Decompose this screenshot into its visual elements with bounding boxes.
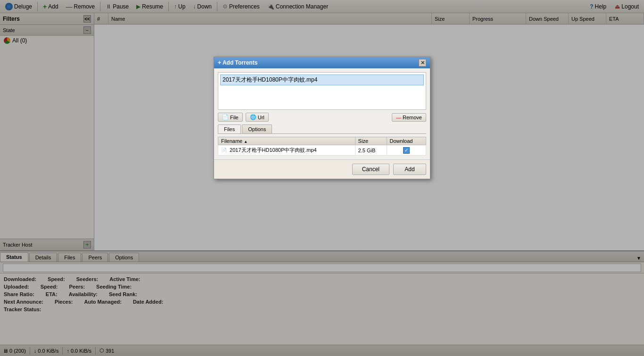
dialog-remove-label: Remove xyxy=(403,115,422,120)
file-row-filename: 📄 2017天才枪手HD1080P中字肉蚊.mp4 xyxy=(218,145,355,156)
url-icon: 🌐 xyxy=(250,114,256,120)
dialog-title: + Add Torrents xyxy=(218,59,257,66)
dialog-tabs: Files Options xyxy=(218,124,426,134)
file-row-name: 2017天才枪手HD1080P中字肉蚊.mp4 xyxy=(230,147,317,153)
dialog-files-table: Filename Size Download 📄 xyxy=(218,137,426,156)
modal-overlay: + Add Torrents ✕ 2017天才枪手HD1080P中字肉蚊.mp4… xyxy=(0,0,644,356)
file-row-icon: 📄 xyxy=(221,148,227,153)
dialog-files-tbody: 📄 2017天才枪手HD1080P中字肉蚊.mp4 2.5 GiB ✓ xyxy=(218,145,426,156)
file-row-download[interactable]: ✓ xyxy=(387,145,426,156)
file-label: File xyxy=(230,115,239,120)
filename-col-header[interactable]: Filename xyxy=(218,137,355,145)
file-button[interactable]: 📄 File xyxy=(218,113,243,122)
file-row-size: 2.5 GiB xyxy=(355,145,387,156)
dialog-remove-icon: — xyxy=(396,115,401,120)
dialog-close-button[interactable]: ✕ xyxy=(419,59,426,66)
download-col-header[interactable]: Download xyxy=(387,137,426,145)
download-checkbox[interactable]: ✓ xyxy=(403,147,410,154)
dialog-body: 2017天才枪手HD1080P中字肉蚊.mp4 📄 File 🌐 Url — R… xyxy=(214,68,430,159)
add-torrent-dialog: + Add Torrents ✕ 2017天才枪手HD1080P中字肉蚊.mp4… xyxy=(214,57,430,179)
sort-asc-icon xyxy=(244,138,248,144)
url-button[interactable]: 🌐 Url xyxy=(246,113,269,122)
table-row: 📄 2017天才枪手HD1080P中字肉蚊.mp4 2.5 GiB ✓ xyxy=(218,145,426,156)
dialog-footer: Cancel Add xyxy=(214,159,430,179)
dialog-tab-options[interactable]: Options xyxy=(242,124,272,133)
size-col-header[interactable]: Size xyxy=(355,137,387,145)
table-header-row: Filename Size Download xyxy=(218,137,426,145)
cancel-label: Cancel xyxy=(362,166,380,173)
dialog-toolbar-buttons: 📄 File 🌐 Url — Remove xyxy=(218,113,426,122)
file-icon: 📄 xyxy=(222,114,229,120)
dialog-tab-files[interactable]: Files xyxy=(218,124,241,133)
dialog-titlebar: + Add Torrents ✕ xyxy=(214,57,430,68)
dialog-torrent-item[interactable]: 2017天才枪手HD1080P中字肉蚊.mp4 xyxy=(220,75,424,85)
url-label: Url xyxy=(258,115,264,120)
dialog-torrent-filename: 2017天才枪手HD1080P中字肉蚊.mp4 xyxy=(223,76,317,83)
cancel-button[interactable]: Cancel xyxy=(352,164,389,175)
add-label: Add xyxy=(405,166,414,173)
dialog-remove-button[interactable]: — Remove xyxy=(392,113,426,122)
dialog-torrent-list[interactable]: 2017天才枪手HD1080P中字肉蚊.mp4 xyxy=(218,72,426,110)
add-torrent-button[interactable]: Add xyxy=(393,164,426,175)
